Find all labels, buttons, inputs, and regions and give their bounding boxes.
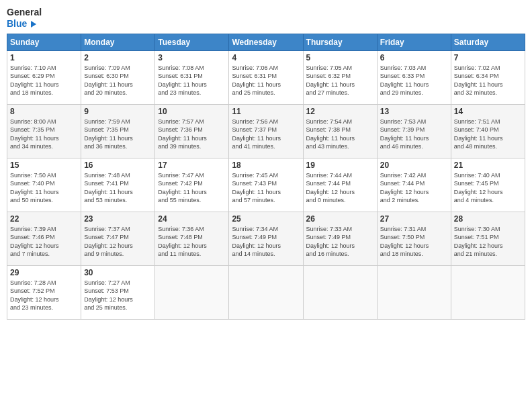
calendar-cell: 11Sunrise: 7:56 AM Sunset: 7:37 PM Dayli…: [229, 104, 303, 158]
page-header: General Blue: [7, 7, 525, 30]
day-info: Sunrise: 7:05 AM Sunset: 6:32 PM Dayligh…: [306, 64, 374, 97]
calendar-cell: 9Sunrise: 7:59 AM Sunset: 7:35 PM Daylig…: [81, 104, 155, 158]
calendar-cell: 3Sunrise: 7:08 AM Sunset: 6:31 PM Daylig…: [155, 50, 229, 104]
calendar-cell: 23Sunrise: 7:37 AM Sunset: 7:47 PM Dayli…: [81, 212, 155, 265]
day-number: 18: [232, 161, 300, 170]
day-number: 17: [158, 161, 226, 170]
calendar-week-row: 29Sunrise: 7:28 AM Sunset: 7:52 PM Dayli…: [7, 265, 525, 319]
calendar-cell: 7Sunrise: 7:02 AM Sunset: 6:34 PM Daylig…: [451, 50, 525, 104]
day-info: Sunrise: 7:54 AM Sunset: 7:38 PM Dayligh…: [306, 118, 374, 151]
day-info: Sunrise: 7:42 AM Sunset: 7:44 PM Dayligh…: [380, 171, 448, 205]
calendar-week-row: 15Sunrise: 7:50 AM Sunset: 7:40 PM Dayli…: [7, 158, 525, 212]
calendar-cell: 19Sunrise: 7:44 AM Sunset: 7:44 PM Dayli…: [303, 158, 377, 212]
calendar-cell: 4Sunrise: 7:06 AM Sunset: 6:31 PM Daylig…: [229, 50, 303, 104]
calendar-cell: 29Sunrise: 7:28 AM Sunset: 7:52 PM Dayli…: [7, 265, 81, 319]
day-number: 19: [306, 161, 374, 170]
calendar-week-row: 1Sunrise: 7:10 AM Sunset: 6:29 PM Daylig…: [7, 50, 525, 104]
day-number: 1: [10, 53, 78, 62]
day-info: Sunrise: 7:50 AM Sunset: 7:40 PM Dayligh…: [10, 171, 78, 205]
day-number: 2: [84, 53, 152, 62]
day-info: Sunrise: 7:48 AM Sunset: 7:41 PM Dayligh…: [84, 171, 152, 205]
calendar-cell: 17Sunrise: 7:47 AM Sunset: 7:42 PM Dayli…: [155, 158, 229, 212]
day-info: Sunrise: 7:53 AM Sunset: 7:39 PM Dayligh…: [380, 118, 448, 151]
day-number: 13: [380, 107, 448, 116]
day-info: Sunrise: 7:06 AM Sunset: 6:31 PM Dayligh…: [232, 64, 300, 97]
day-info: Sunrise: 7:10 AM Sunset: 6:29 PM Dayligh…: [10, 64, 78, 97]
day-number: 5: [306, 53, 374, 62]
logo: General Blue: [7, 7, 42, 30]
day-number: 23: [84, 214, 152, 224]
day-number: 11: [232, 107, 300, 116]
day-info: Sunrise: 7:56 AM Sunset: 7:37 PM Dayligh…: [232, 118, 300, 151]
column-header-sunday: Sunday: [7, 34, 81, 50]
day-info: Sunrise: 7:31 AM Sunset: 7:50 PM Dayligh…: [380, 225, 448, 259]
calendar-cell: [377, 265, 451, 319]
day-info: Sunrise: 7:02 AM Sunset: 6:34 PM Dayligh…: [454, 64, 522, 97]
day-number: 9: [84, 107, 152, 116]
column-header-tuesday: Tuesday: [155, 34, 229, 50]
calendar-cell: [303, 265, 377, 319]
day-info: Sunrise: 7:57 AM Sunset: 7:36 PM Dayligh…: [158, 118, 226, 151]
day-number: 15: [10, 161, 78, 170]
day-number: 6: [380, 53, 448, 62]
day-info: Sunrise: 7:28 AM Sunset: 7:52 PM Dayligh…: [10, 279, 78, 312]
calendar-cell: 10Sunrise: 7:57 AM Sunset: 7:36 PM Dayli…: [155, 104, 229, 158]
day-info: Sunrise: 7:59 AM Sunset: 7:35 PM Dayligh…: [84, 118, 152, 151]
calendar-cell: 8Sunrise: 8:00 AM Sunset: 7:35 PM Daylig…: [7, 104, 81, 158]
logo-wordmark: General Blue: [7, 7, 42, 30]
calendar-cell: 6Sunrise: 7:03 AM Sunset: 6:33 PM Daylig…: [377, 50, 451, 104]
day-number: 14: [454, 107, 522, 116]
calendar-cell: 15Sunrise: 7:50 AM Sunset: 7:40 PM Dayli…: [7, 158, 81, 212]
day-number: 25: [232, 214, 300, 224]
day-number: 24: [158, 214, 226, 224]
day-info: Sunrise: 7:03 AM Sunset: 6:33 PM Dayligh…: [380, 64, 448, 97]
day-number: 7: [454, 53, 522, 62]
day-number: 22: [10, 214, 78, 224]
day-number: 12: [306, 107, 374, 116]
day-number: 29: [10, 268, 78, 277]
calendar-cell: 2Sunrise: 7:09 AM Sunset: 6:30 PM Daylig…: [81, 50, 155, 104]
day-number: 30: [84, 268, 152, 277]
day-number: 28: [454, 214, 522, 224]
calendar-cell: 25Sunrise: 7:34 AM Sunset: 7:49 PM Dayli…: [229, 212, 303, 265]
calendar-cell: 16Sunrise: 7:48 AM Sunset: 7:41 PM Dayli…: [81, 158, 155, 212]
day-info: Sunrise: 7:51 AM Sunset: 7:40 PM Dayligh…: [454, 118, 522, 151]
calendar-cell: 27Sunrise: 7:31 AM Sunset: 7:50 PM Dayli…: [377, 212, 451, 265]
day-info: Sunrise: 7:30 AM Sunset: 7:51 PM Dayligh…: [454, 225, 522, 259]
calendar-cell: [229, 265, 303, 319]
day-info: Sunrise: 8:00 AM Sunset: 7:35 PM Dayligh…: [10, 118, 78, 151]
day-number: 16: [84, 161, 152, 170]
day-number: 8: [10, 107, 78, 116]
calendar-week-row: 22Sunrise: 7:39 AM Sunset: 7:46 PM Dayli…: [7, 212, 525, 265]
calendar-cell: 28Sunrise: 7:30 AM Sunset: 7:51 PM Dayli…: [451, 212, 525, 265]
calendar-cell: 12Sunrise: 7:54 AM Sunset: 7:38 PM Dayli…: [303, 104, 377, 158]
calendar-week-row: 8Sunrise: 8:00 AM Sunset: 7:35 PM Daylig…: [7, 104, 525, 158]
day-number: 27: [380, 214, 448, 224]
calendar-cell: 18Sunrise: 7:45 AM Sunset: 7:43 PM Dayli…: [229, 158, 303, 212]
day-number: 20: [380, 161, 448, 170]
calendar-cell: [451, 265, 525, 319]
day-number: 3: [158, 53, 226, 62]
calendar-cell: 21Sunrise: 7:40 AM Sunset: 7:45 PM Dayli…: [451, 158, 525, 212]
day-info: Sunrise: 7:40 AM Sunset: 7:45 PM Dayligh…: [454, 171, 522, 205]
day-info: Sunrise: 7:34 AM Sunset: 7:49 PM Dayligh…: [232, 225, 300, 259]
day-info: Sunrise: 7:08 AM Sunset: 6:31 PM Dayligh…: [158, 64, 226, 97]
day-number: 4: [232, 53, 300, 62]
calendar-header-row: SundayMondayTuesdayWednesdayThursdayFrid…: [7, 34, 525, 50]
calendar-table: SundayMondayTuesdayWednesdayThursdayFrid…: [7, 34, 525, 320]
day-info: Sunrise: 7:09 AM Sunset: 6:30 PM Dayligh…: [84, 64, 152, 97]
calendar-cell: 1Sunrise: 7:10 AM Sunset: 6:29 PM Daylig…: [7, 50, 81, 104]
calendar-cell: 5Sunrise: 7:05 AM Sunset: 6:32 PM Daylig…: [303, 50, 377, 104]
calendar-cell: 24Sunrise: 7:36 AM Sunset: 7:48 PM Dayli…: [155, 212, 229, 265]
calendar-cell: 13Sunrise: 7:53 AM Sunset: 7:39 PM Dayli…: [377, 104, 451, 158]
day-number: 21: [454, 161, 522, 170]
calendar-cell: [155, 265, 229, 319]
day-info: Sunrise: 7:39 AM Sunset: 7:46 PM Dayligh…: [10, 225, 78, 259]
column-header-monday: Monday: [81, 34, 155, 50]
day-info: Sunrise: 7:33 AM Sunset: 7:49 PM Dayligh…: [306, 225, 374, 259]
column-header-wednesday: Wednesday: [229, 34, 303, 50]
calendar-cell: 22Sunrise: 7:39 AM Sunset: 7:46 PM Dayli…: [7, 212, 81, 265]
day-info: Sunrise: 7:36 AM Sunset: 7:48 PM Dayligh…: [158, 225, 226, 259]
day-info: Sunrise: 7:45 AM Sunset: 7:43 PM Dayligh…: [232, 171, 300, 205]
day-number: 10: [158, 107, 226, 116]
